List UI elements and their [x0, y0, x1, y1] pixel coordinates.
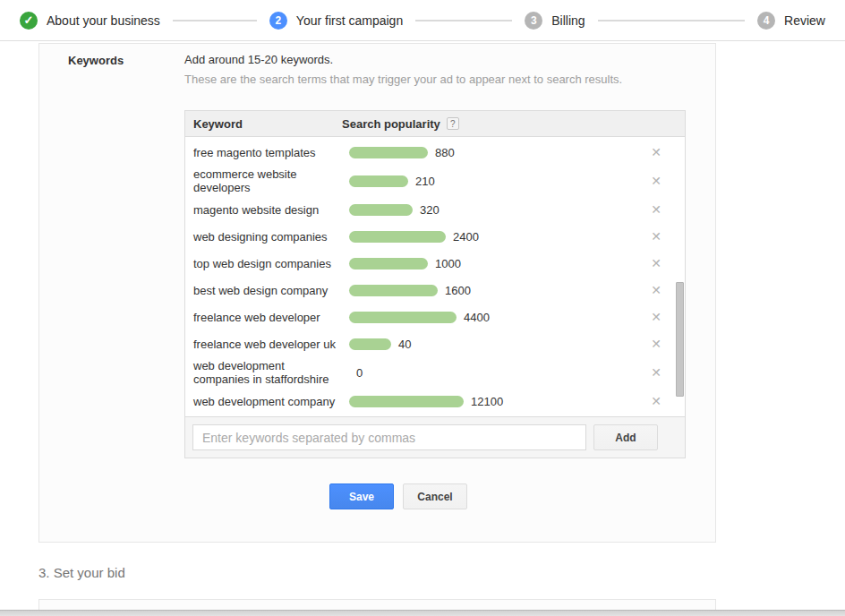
popularity-cell: 880 — [342, 146, 636, 159]
popularity-cell: 12100 — [342, 395, 636, 408]
remove-keyword-icon[interactable]: ✕ — [651, 203, 661, 216]
add-button[interactable]: Add — [593, 424, 658, 450]
keyword-cell: web development company — [185, 395, 342, 408]
remove-keyword-cell: ✕ — [636, 395, 676, 407]
stepper-connector — [415, 20, 512, 21]
popularity-cell: 4400 — [342, 311, 636, 324]
popularity-cell: 0 — [342, 366, 636, 380]
stepper-connector — [173, 20, 257, 21]
popularity-bar — [349, 175, 408, 187]
keywords-table: Keyword Search popularity ? free magento… — [184, 110, 686, 458]
remove-keyword-icon[interactable]: ✕ — [651, 395, 661, 407]
keywords-input[interactable] — [192, 424, 586, 450]
keyword-table-row: freelance web developer4400✕ — [185, 304, 685, 330]
popularity-bar — [349, 338, 391, 350]
column-header-popularity: Search popularity — [342, 117, 440, 131]
remove-keyword-cell: ✕ — [636, 311, 676, 323]
keyword-cell: top web design companies — [185, 257, 342, 270]
step-label: Billing — [551, 13, 585, 28]
step-number-badge: 4 — [757, 12, 775, 30]
keyword-table-row: web development company12100✕ — [185, 388, 685, 415]
step-number-badge: 3 — [525, 12, 542, 30]
popularity-cell: 40 — [342, 338, 636, 351]
popularity-value: 12100 — [471, 395, 503, 408]
keyword-cell: ecommerce website developers — [185, 167, 342, 194]
keyword-table-row: free magento templates880✕ — [185, 139, 685, 166]
remove-keyword-cell: ✕ — [636, 338, 676, 350]
keyword-table-row: web development companies in staffordshi… — [185, 357, 685, 388]
remove-keyword-cell: ✕ — [636, 230, 676, 243]
keyword-table-row: ecommerce website developers210✕ — [185, 166, 685, 196]
keyword-table-row: best web design company1600✕ — [185, 277, 685, 304]
keyword-cell: free magento templates — [185, 146, 342, 159]
keyword-cell: web designing companies — [185, 230, 342, 244]
popularity-bar — [349, 312, 457, 323]
remove-keyword-icon[interactable]: ✕ — [651, 338, 661, 350]
keywords-table-header: Keyword Search popularity ? — [185, 111, 685, 137]
step-complete-check-icon: ✓ — [20, 12, 38, 30]
keyword-cell: best web design company — [185, 284, 342, 297]
step-number-badge: 2 — [269, 12, 287, 30]
keyword-cell: magento website design — [185, 203, 342, 217]
popularity-value: 0 — [356, 366, 363, 380]
stepper-step-review[interactable]: 4 Review — [757, 12, 825, 30]
remove-keyword-icon[interactable]: ✕ — [651, 284, 661, 296]
remove-keyword-icon[interactable]: ✕ — [651, 257, 661, 270]
remove-keyword-icon[interactable]: ✕ — [651, 311, 661, 323]
keyword-table-row: top web design companies1000✕ — [185, 250, 685, 277]
remove-keyword-cell: ✕ — [636, 257, 676, 270]
stepper-step-about-your-business[interactable]: ✓ About your business — [20, 12, 160, 30]
popularity-cell: 2400 — [342, 230, 636, 244]
save-button[interactable]: Save — [329, 483, 394, 509]
popularity-bar — [349, 204, 413, 216]
keywords-table-body: free magento templates880✕ecommerce webs… — [185, 137, 685, 416]
help-icon[interactable]: ? — [447, 117, 459, 130]
setup-stepper: ✓ About your business 2 Your first campa… — [0, 0, 845, 41]
keyword-table-row: freelance web developer uk40✕ — [185, 330, 685, 357]
popularity-cell: 320 — [342, 203, 636, 217]
keywords-instruction: Add around 15-20 keywords. — [184, 53, 686, 67]
horizontal-scrollbar[interactable] — [0, 610, 845, 616]
keyword-table-row: magento website design320✕ — [185, 196, 685, 223]
keyword-cell: web development companies in staffordshi… — [185, 359, 342, 386]
popularity-value: 320 — [420, 203, 440, 217]
set-your-bid-heading: 3. Set your bid — [38, 565, 845, 580]
popularity-value: 4400 — [464, 311, 490, 324]
remove-keyword-cell: ✕ — [636, 175, 676, 187]
popularity-cell: 1000 — [342, 257, 636, 270]
keywords-panel: Keywords Add around 15-20 keywords. Thes… — [38, 43, 716, 543]
keywords-hint: These are the search terms that may trig… — [184, 73, 686, 87]
keyword-table-row: web designing companies2400✕ — [185, 223, 685, 250]
popularity-bar — [349, 396, 464, 407]
step-label: Review — [784, 13, 825, 28]
remove-keyword-icon[interactable]: ✕ — [651, 146, 661, 158]
remove-keyword-icon[interactable]: ✕ — [651, 230, 661, 243]
remove-keyword-icon[interactable]: ✕ — [651, 366, 661, 379]
remove-keyword-cell: ✕ — [636, 366, 676, 379]
keywords-section-label: Keywords — [39, 53, 184, 509]
popularity-value: 880 — [435, 146, 455, 159]
popularity-value: 1600 — [445, 284, 471, 297]
popularity-bar — [349, 285, 438, 296]
popularity-value: 1000 — [435, 257, 461, 270]
stepper-connector — [598, 20, 745, 21]
keyword-cell: freelance web developer — [185, 311, 342, 324]
remove-keyword-icon[interactable]: ✕ — [651, 175, 661, 187]
popularity-value: 2400 — [453, 230, 479, 244]
popularity-value: 210 — [415, 175, 435, 188]
step-label: Your first campaign — [296, 13, 403, 28]
add-keywords-bar: Add — [185, 416, 685, 458]
popularity-cell: 1600 — [342, 284, 636, 297]
remove-keyword-cell: ✕ — [636, 146, 676, 158]
step-label: About your business — [47, 13, 160, 28]
stepper-step-your-first-campaign[interactable]: 2 Your first campaign — [269, 12, 403, 30]
stepper-step-billing[interactable]: 3 Billing — [525, 12, 585, 30]
popularity-bar — [349, 147, 428, 158]
vertical-scrollbar-thumb[interactable] — [676, 282, 684, 397]
cancel-button[interactable]: Cancel — [403, 483, 467, 509]
remove-keyword-cell: ✕ — [636, 284, 676, 296]
popularity-bar — [349, 231, 446, 243]
popularity-value: 40 — [398, 338, 411, 351]
popularity-cell: 210 — [342, 175, 636, 188]
keyword-cell: freelance web developer uk — [185, 338, 342, 351]
